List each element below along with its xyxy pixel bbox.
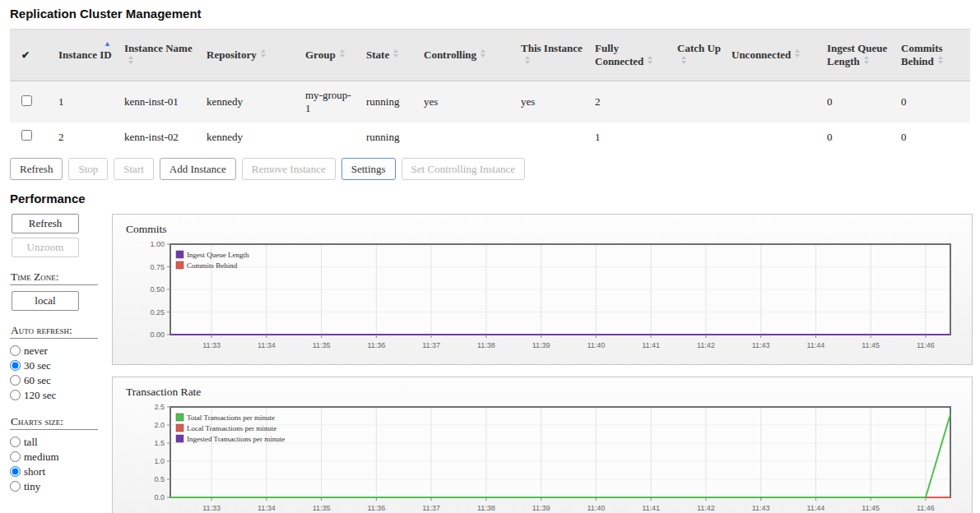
auto-refresh-radio[interactable] [10,390,21,400]
auto-refresh-option-120-sec[interactable]: 120 sec [10,389,112,402]
svg-text:11:43: 11:43 [752,504,770,512]
svg-text:11:34: 11:34 [258,504,276,512]
svg-text:11:41: 11:41 [642,504,660,512]
column-header-commits-behind[interactable]: Commits Behind [896,30,970,81]
chart-plot: 0.00.51.01.52.02.511:3311:3411:3511:3611… [118,402,970,513]
cell-unconnected [727,122,822,151]
sidebar-groups: Time Zone:localAuto refresh:never30 sec6… [10,270,112,493]
svg-text:11:40: 11:40 [587,504,605,512]
cell-instance-name: kenn-inst-02 [119,122,202,151]
column-header-controlling[interactable]: Controlling [419,30,516,81]
radio-label: 30 sec [24,359,51,372]
column-header-label: Instance Name [124,42,193,54]
start-button[interactable]: Start [114,158,154,180]
chart-refresh-button[interactable]: Refresh [12,214,79,233]
svg-text:Total Transactions per minute: Total Transactions per minute [187,414,275,422]
cell-repository: kennedy [202,81,300,123]
svg-text:11:43: 11:43 [752,341,770,349]
column-header-instance-name[interactable]: Instance Name [119,30,202,81]
svg-text:11:35: 11:35 [313,341,331,349]
timezone-button[interactable]: local [12,291,79,311]
timezone-label: Time Zone: [10,270,98,285]
table-row: 2kenn-inst-02kennedyrunning100 [10,122,970,151]
settings-button[interactable]: Settings [341,158,396,180]
svg-text:11:39: 11:39 [532,341,550,349]
column-header-group[interactable]: Group [300,30,361,81]
sort-icon [393,49,398,58]
column-header-select[interactable]: ✔ [10,30,53,81]
charts-size-radio[interactable] [10,437,21,447]
stop-button[interactable]: Stop [68,158,108,180]
auto-refresh-option-never[interactable]: never [10,344,112,358]
radio-label: medium [24,451,59,463]
column-header-fully-connected[interactable]: Fully Connected [590,30,672,81]
performance-title: Performance [10,192,970,206]
set-controlling-instance-button[interactable]: Set Controlling Instance [402,158,525,180]
column-header-state[interactable]: State [361,30,419,81]
cell-this-instance: yes [516,81,590,123]
cell-instance-id: 2 [53,122,119,151]
column-header-catch-up[interactable]: Catch Up [672,30,727,81]
refresh-button[interactable]: Refresh [10,158,63,180]
charts-size-radio[interactable] [10,481,21,492]
svg-text:0.5: 0.5 [154,475,165,483]
auto-refresh-radio[interactable] [10,375,21,386]
svg-text:11:41: 11:41 [642,341,660,349]
sort-icon [128,56,133,64]
svg-text:11:38: 11:38 [477,341,495,349]
svg-text:11:42: 11:42 [697,341,715,349]
cell-ingest-queue-length: 0 [822,81,896,123]
sort-ascending-icon: ▲ [104,39,111,48]
cell-state: running [361,122,419,151]
column-header-ingest-queue-length[interactable]: Ingest Queue Length [822,30,896,81]
svg-text:11:36: 11:36 [367,504,385,512]
chart-title: Transaction Rate [126,386,968,399]
svg-text:0.0: 0.0 [154,493,165,501]
row-select-checkbox[interactable] [21,95,32,106]
radio-label: 120 sec [24,389,56,401]
unzoom-button[interactable]: Unzoom [12,238,79,257]
sort-icon [681,56,686,64]
svg-text:11:33: 11:33 [202,504,221,512]
page: Replication Cluster Management ✔ Instanc… [0,0,980,513]
column-header-label: This Instance [521,42,583,54]
sort-icon [648,56,653,64]
column-header-unconnected[interactable]: Unconnected [727,30,822,81]
charts-size-option-tall[interactable]: tall [10,436,112,449]
svg-text:1.00: 1.00 [150,240,165,248]
auto-refresh-radio[interactable] [10,345,21,356]
cell-ingest-queue-length: 0 [822,122,896,151]
svg-text:Ingest Queue Length: Ingest Queue Length [187,251,249,259]
row-select-cell [10,122,53,151]
svg-text:11:45: 11:45 [862,504,880,512]
column-header-repository[interactable]: Repository [202,30,300,81]
remove-instance-button[interactable]: Remove Instance [242,158,336,180]
auto-refresh-option-30-sec[interactable]: 30 sec [10,359,112,372]
row-select-cell [10,81,53,123]
table-body: 1kenn-inst-01kennedymy-group-1runningyes… [10,81,970,152]
row-select-checkbox[interactable] [21,130,32,141]
column-header-instance-id[interactable]: Instance ID▲ [53,30,119,81]
instances-table: ✔ Instance ID▲Instance NameRepositoryGro… [10,29,970,151]
charts-size-radio[interactable] [10,451,21,462]
svg-text:2.0: 2.0 [154,421,165,429]
svg-text:11:38: 11:38 [477,504,495,512]
svg-text:11:44: 11:44 [807,341,825,349]
column-header-label: Instance ID [58,49,112,61]
charts-size-option-tiny[interactable]: tiny [10,480,112,493]
cell-controlling [419,122,516,151]
chart-title: Commits [126,223,968,236]
svg-text:11:45: 11:45 [862,341,880,349]
charts-size-option-medium[interactable]: medium [10,451,112,464]
svg-text:11:46: 11:46 [917,504,935,512]
auto-refresh-radio[interactable] [10,360,21,371]
add-instance-button[interactable]: Add Instance [160,158,236,180]
svg-text:0.25: 0.25 [150,308,165,317]
charts-size-radio[interactable] [10,466,21,477]
sort-icon [938,56,943,64]
auto-refresh-option-60-sec[interactable]: 60 sec [10,374,112,387]
svg-text:Local Transactions per minute: Local Transactions per minute [187,424,276,432]
column-header-this-instance[interactable]: This Instance [516,30,590,81]
charts-size-option-short[interactable]: short [10,465,112,478]
cell-controlling: yes [419,81,516,123]
